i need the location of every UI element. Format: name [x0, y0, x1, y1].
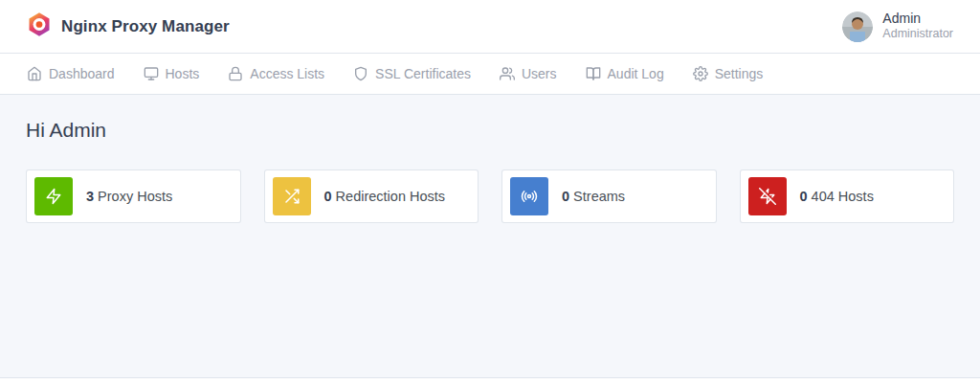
card-text: 0 Redirection Hosts	[324, 189, 446, 204]
nav-label: Dashboard	[49, 66, 115, 81]
zap-off-icon	[748, 177, 787, 215]
gear-icon	[693, 66, 708, 81]
zap-icon	[34, 177, 73, 215]
nav-label: Settings	[715, 66, 764, 81]
nav-label: Hosts	[166, 66, 200, 81]
card-proxy-hosts[interactable]: 3 Proxy Hosts	[26, 169, 241, 223]
card-text: 3 Proxy Hosts	[86, 189, 172, 204]
brand[interactable]: Nginx Proxy Manager	[27, 11, 230, 42]
users-icon	[500, 66, 515, 81]
user-role: Administrator	[882, 27, 953, 42]
main-nav: Dashboard Hosts Access Lists SSL Certifi…	[0, 54, 980, 95]
footer-strip	[0, 377, 980, 384]
lock-icon	[228, 66, 243, 81]
app-header: Nginx Proxy Manager Admin Administrator	[0, 0, 980, 54]
card-count: 0	[324, 189, 332, 204]
card-label: Redirection Hosts	[336, 189, 445, 204]
nav-item-hosts[interactable]: Hosts	[144, 66, 200, 81]
user-menu[interactable]: Admin Administrator	[842, 11, 953, 42]
shield-icon	[353, 66, 368, 81]
card-streams[interactable]: 0 Streams	[501, 169, 717, 223]
nav-item-dashboard[interactable]: Dashboard	[27, 66, 115, 81]
card-label: 404 Hosts	[812, 189, 874, 204]
radio-icon	[510, 177, 548, 215]
nav-label: Users	[522, 66, 557, 81]
user-name: Admin	[882, 11, 953, 28]
app-title: Nginx Proxy Manager	[61, 17, 230, 36]
card-text: 0 Streams	[562, 189, 625, 204]
nav-label: Audit Log	[608, 66, 664, 81]
card-label: Proxy Hosts	[98, 189, 172, 204]
card-redirection-hosts[interactable]: 0 Redirection Hosts	[264, 169, 479, 223]
card-404-hosts[interactable]: 0 404 Hosts	[740, 169, 955, 223]
nav-item-users[interactable]: Users	[500, 66, 557, 81]
nav-item-access-lists[interactable]: Access Lists	[228, 66, 324, 81]
card-count: 0	[800, 189, 808, 204]
page-content: Hi Admin 3 Proxy Hosts 0 Redirection Hos…	[0, 95, 980, 247]
user-avatar	[842, 11, 873, 42]
nav-item-audit-log[interactable]: Audit Log	[586, 66, 664, 81]
npm-hexagon-logo-icon	[27, 11, 52, 42]
card-count: 3	[86, 189, 94, 204]
page-title: Hi Admin	[26, 119, 954, 142]
user-text: Admin Administrator	[882, 11, 953, 42]
monitor-icon	[144, 66, 159, 81]
nav-item-settings[interactable]: Settings	[693, 66, 764, 81]
stat-cards: 3 Proxy Hosts 0 Redirection Hosts 0 Stre…	[26, 169, 954, 223]
book-open-icon	[586, 66, 601, 81]
card-text: 0 404 Hosts	[800, 189, 874, 204]
shuffle-icon	[273, 177, 311, 215]
home-icon	[27, 66, 42, 81]
nav-label: Access Lists	[250, 66, 324, 81]
nav-label: SSL Certificates	[375, 66, 471, 81]
card-label: Streams	[573, 189, 625, 204]
nav-item-ssl-certificates[interactable]: SSL Certificates	[353, 66, 471, 81]
card-count: 0	[562, 189, 569, 204]
